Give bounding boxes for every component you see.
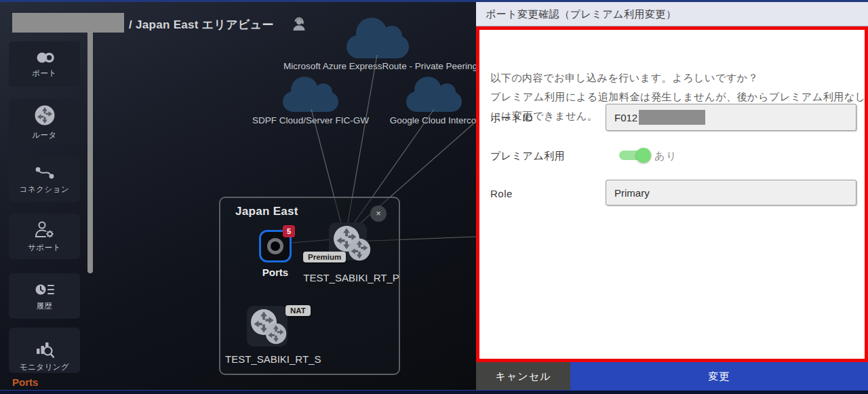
port-id-field[interactable]: F012 bbox=[606, 104, 856, 131]
user-headset-icon[interactable] bbox=[292, 16, 307, 35]
ports-count-badge: 5 bbox=[283, 225, 295, 237]
router-primary-label: TEST_SABIKI_RT_P bbox=[294, 272, 409, 283]
breadcrumb: / Japan East エリアビュー bbox=[129, 17, 274, 33]
router-secondary-label: TEST_SABIKI_RT_S bbox=[225, 353, 320, 365]
support-icon bbox=[33, 220, 56, 239]
dialog-body: 以下の内容でお申し込みを行います。よろしいですか？ プレミアム利用による追加料金… bbox=[476, 26, 868, 362]
cancel-button[interactable]: キャンセル bbox=[476, 362, 570, 390]
cloud-sdpf[interactable] bbox=[283, 92, 338, 112]
port-id-value: F012 bbox=[614, 112, 637, 123]
dialog-footer: キャンセル 変更 bbox=[476, 362, 868, 390]
cloud-azure[interactable] bbox=[347, 35, 409, 58]
history-icon bbox=[33, 281, 56, 298]
dialog-title: ポート変更確認（プレミアム利用変更） bbox=[476, 2, 868, 26]
sidebar-item-label: コネクション bbox=[20, 184, 70, 195]
group-japan-east: Japan East × 5 Ports P bbox=[219, 197, 400, 375]
sidebar-item-connection[interactable]: コネクション bbox=[9, 157, 80, 202]
bottom-border-strip bbox=[0, 390, 868, 394]
role-label: Role bbox=[490, 188, 513, 199]
premium-state-label: あり bbox=[654, 150, 678, 163]
role-field[interactable]: Primary bbox=[606, 180, 856, 205]
cloud-sdpf-label: SDPF Cloud/Server FIC-GW bbox=[243, 115, 378, 125]
cloud-google[interactable] bbox=[406, 92, 462, 112]
premium-toggle-knob[interactable] bbox=[636, 148, 651, 163]
router-icon bbox=[265, 323, 287, 347]
port-donut-icon bbox=[267, 238, 283, 254]
sidebar-item-label: ルータ bbox=[32, 130, 57, 140]
cloud-google-label: Google Cloud Interconnect bbox=[376, 115, 477, 125]
sidebar-item-label: 履歴 bbox=[37, 301, 53, 311]
sidebar-item-label: モニタリング bbox=[20, 362, 70, 372]
port-id-label: ポートID bbox=[490, 112, 533, 125]
redacted-port-id bbox=[639, 110, 705, 125]
ports-icon bbox=[33, 50, 56, 65]
premium-label: プレミアム利用 bbox=[490, 150, 565, 163]
redacted-tenant-name bbox=[12, 13, 124, 33]
nat-badge: NAT bbox=[285, 305, 311, 316]
redacted-vertical-bar bbox=[87, 31, 93, 273]
close-icon[interactable]: × bbox=[370, 205, 387, 222]
dialog-message-line1: 以下の内容でお申し込みを行います。よろしいですか？ bbox=[490, 72, 758, 83]
sidebar-item-monitoring[interactable]: モニタリング bbox=[9, 328, 80, 373]
connection-icon bbox=[34, 165, 56, 181]
topology-canvas: / Japan East エリアビュー ポート ルータ bbox=[0, 2, 477, 390]
role-value: Primary bbox=[614, 187, 650, 199]
ports-footer-link[interactable]: Ports bbox=[12, 376, 38, 388]
cloud-azure-label: Microsoft Azure ExpressRoute - Private P… bbox=[275, 61, 477, 71]
top-border-strip bbox=[0, 0, 868, 2]
router-icon bbox=[348, 238, 371, 264]
monitoring-icon bbox=[33, 338, 56, 359]
submit-button[interactable]: 変更 bbox=[570, 362, 868, 390]
premium-badge: Premium bbox=[303, 252, 346, 262]
group-title: Japan East bbox=[235, 205, 298, 218]
port-change-dialog: ポート変更確認（プレミアム利用変更） 以下の内容でお申し込みを行います。よろしい… bbox=[476, 2, 868, 390]
sidebar-item-router[interactable]: ルータ bbox=[9, 99, 80, 144]
sidebar-item-ports[interactable]: ポート bbox=[9, 41, 80, 87]
router-icon bbox=[33, 104, 56, 127]
sidebar-item-label: サポート bbox=[28, 243, 61, 253]
sidebar-item-label: ポート bbox=[32, 68, 57, 79]
ports-node-label: Ports bbox=[255, 267, 296, 278]
sidebar-item-history[interactable]: 履歴 bbox=[9, 273, 80, 319]
sidebar-item-support[interactable]: サポート bbox=[9, 214, 80, 259]
